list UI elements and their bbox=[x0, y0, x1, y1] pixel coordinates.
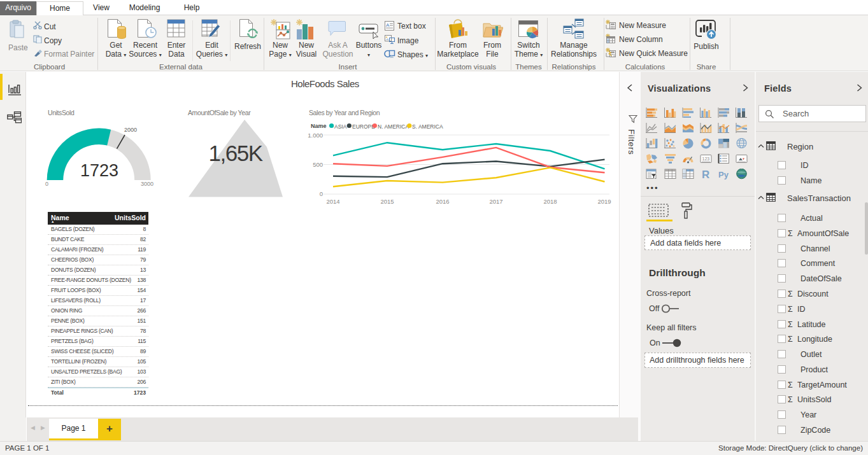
svg-text:A: A bbox=[386, 22, 390, 28]
svg-text:Py: Py bbox=[718, 169, 729, 179]
svg-text:R: R bbox=[702, 169, 709, 179]
svg-text:123: 123 bbox=[702, 157, 710, 161]
